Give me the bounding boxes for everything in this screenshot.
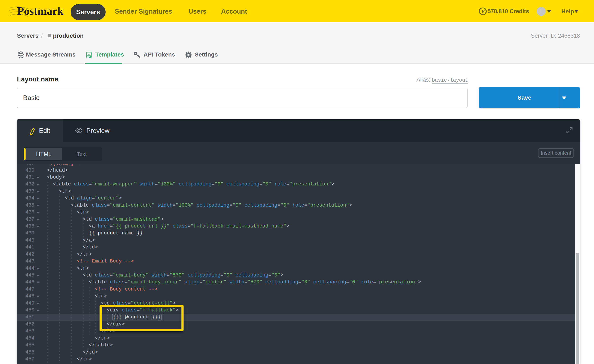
svg-text:P: P bbox=[481, 9, 485, 14]
